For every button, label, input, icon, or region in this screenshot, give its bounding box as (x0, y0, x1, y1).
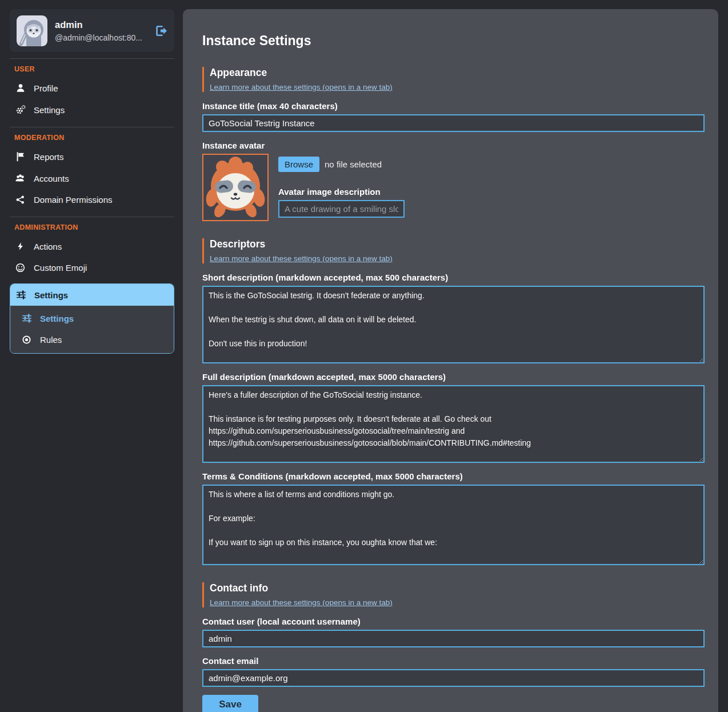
appearance-heading: Appearance (210, 67, 705, 79)
sidebar-item-user-settings[interactable]: Settings (10, 99, 174, 121)
user-card[interactable]: admin @admin@localhost:80... (10, 9, 174, 52)
smiley-icon (15, 263, 26, 273)
sidebar-item-label: Settings (34, 105, 65, 115)
instance-avatar-image (202, 154, 269, 221)
instance-settings-panel: Instance Settings Appearance Learn more … (183, 9, 718, 712)
terms-textarea[interactable]: This is where a list of terms and condit… (202, 485, 705, 565)
contact-section-header: Contact info Learn more about these sett… (202, 582, 705, 607)
users-icon (15, 173, 26, 183)
page-title: Instance Settings (202, 33, 705, 49)
contact-learn-more-link[interactable]: Learn more about these settings (opens i… (210, 598, 393, 607)
sidebar-section-moderation: MODERATION Reports (10, 127, 174, 210)
sidebar-item-profile[interactable]: Profile (10, 77, 174, 99)
sidebar-item-domain-permissions[interactable]: Domain Permissions (10, 189, 174, 210)
appearance-section-header: Appearance Learn more about these settin… (202, 67, 705, 92)
user-icon (15, 83, 26, 93)
descriptors-section-header: Descriptors Learn more about these setti… (202, 238, 705, 263)
terms-label: Terms & Conditions (markdown accepted, m… (202, 471, 705, 481)
sliders-icon (21, 313, 32, 323)
app-root: admin @admin@localhost:80... USER (0, 0, 728, 712)
dot-circle-icon (21, 335, 32, 345)
flag-icon (15, 151, 26, 162)
instance-title-label: Instance title (max 40 characters) (202, 101, 705, 111)
sidebar-section-administration: ADMINISTRATION Actions (10, 217, 174, 354)
settings-nav-block: Settings Settings (10, 283, 174, 354)
sidebar: admin @admin@localhost:80... USER (10, 9, 174, 712)
logout-icon[interactable] (155, 25, 167, 37)
submenu-item-rules[interactable]: Rules (10, 329, 174, 350)
gears-icon (15, 105, 26, 115)
sidebar-item-instance-settings[interactable]: Settings (10, 284, 174, 306)
contact-user-label: Contact user (local account username) (202, 617, 705, 626)
sidebar-item-label: Settings (34, 290, 68, 300)
instance-title-input[interactable] (202, 114, 705, 132)
user-name: admin (55, 19, 142, 30)
contact-user-input[interactable] (202, 630, 705, 647)
save-button[interactable]: Save (202, 695, 258, 712)
descriptors-learn-more-link[interactable]: Learn more about these settings (opens i… (210, 254, 393, 263)
section-label-user: USER (10, 61, 174, 77)
appearance-learn-more-link[interactable]: Learn more about these settings (opens i… (210, 83, 393, 91)
browse-button[interactable]: Browse (278, 157, 319, 172)
contact-heading: Contact info (210, 582, 705, 594)
sidebar-item-label: Reports (34, 152, 64, 162)
instance-avatar-label: Instance avatar (202, 141, 705, 150)
submenu-item-label: Settings (40, 314, 74, 323)
sidebar-item-actions[interactable]: Actions (10, 235, 174, 257)
sidebar-item-custom-emoji[interactable]: Custom Emoji (10, 257, 174, 278)
user-avatar (17, 15, 47, 46)
descriptors-heading: Descriptors (210, 238, 705, 250)
sidebar-item-label: Domain Permissions (34, 195, 113, 205)
short-description-textarea[interactable]: This is the GoToSocial testrig. It doesn… (202, 286, 705, 363)
share-nodes-icon (15, 195, 26, 205)
short-description-label: Short description (markdown accepted, ma… (202, 273, 705, 282)
avatar-description-label: Avatar image description (278, 187, 405, 197)
file-status-text: no file selected (325, 159, 382, 169)
contact-email-input[interactable] (202, 669, 705, 687)
sidebar-item-label: Accounts (34, 174, 69, 183)
section-label-moderation: MODERATION (10, 130, 174, 146)
sidebar-item-label: Custom Emoji (34, 263, 87, 273)
avatar-description-input[interactable] (278, 200, 405, 218)
sidebar-item-label: Actions (34, 242, 62, 251)
sidebar-item-accounts[interactable]: Accounts (10, 167, 174, 189)
submenu-item-settings[interactable]: Settings (10, 307, 174, 329)
contact-email-label: Contact email (202, 656, 705, 666)
sidebar-item-reports[interactable]: Reports (10, 146, 174, 167)
sidebar-section-user: USER Profile Setti (10, 58, 174, 121)
full-description-textarea[interactable]: Here's a fuller description of the GoToS… (202, 385, 705, 463)
sliders-icon (15, 290, 26, 300)
settings-submenu: Settings Rules (10, 306, 174, 353)
submenu-item-label: Rules (40, 335, 62, 345)
full-description-label: Full description (markdown accepted, max… (202, 372, 705, 382)
sidebar-item-label: Profile (34, 83, 58, 93)
bolt-icon (15, 241, 26, 251)
section-label-administration: ADMINISTRATION (10, 219, 174, 235)
user-handle: @admin@localhost:80... (55, 33, 142, 42)
